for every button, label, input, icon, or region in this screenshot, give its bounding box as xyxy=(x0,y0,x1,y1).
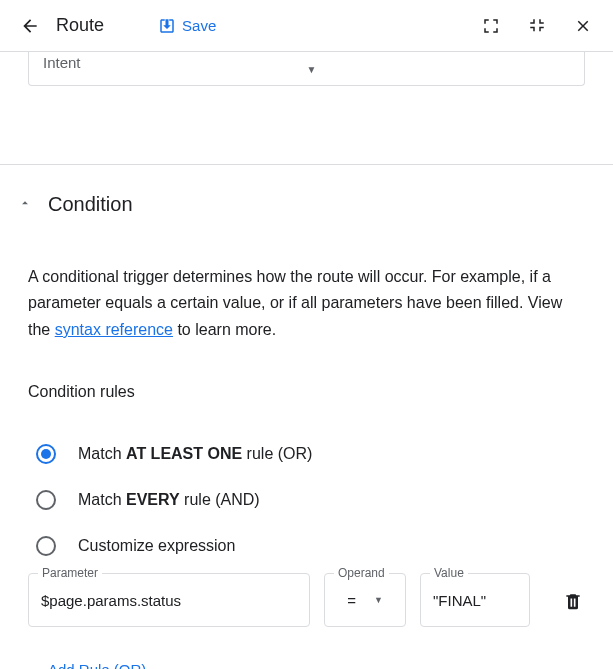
fullscreen-exit-icon xyxy=(528,17,546,35)
fullscreen-exit-button[interactable] xyxy=(525,14,549,38)
parameter-input[interactable] xyxy=(28,573,310,627)
save-button[interactable]: Save xyxy=(158,17,216,35)
save-download-icon xyxy=(158,17,176,35)
radio-icon xyxy=(36,444,56,464)
operand-field-label: Operand xyxy=(334,566,389,580)
operand-value: = xyxy=(347,592,356,609)
condition-section-toggle[interactable]: Condition xyxy=(18,193,585,216)
radio-icon xyxy=(36,490,56,510)
condition-description: A conditional trigger determines how the… xyxy=(28,264,585,343)
delete-rule-button[interactable] xyxy=(561,589,585,613)
value-field-label: Value xyxy=(430,566,468,580)
page-title: Route xyxy=(56,15,104,36)
value-input[interactable] xyxy=(420,573,530,627)
parameter-field-label: Parameter xyxy=(38,566,102,580)
arrow-back-icon xyxy=(20,16,40,36)
fullscreen-icon xyxy=(482,17,500,35)
dropdown-caret-icon: ▼ xyxy=(307,64,571,75)
condition-rules-heading: Condition rules xyxy=(28,383,585,401)
radio-match-or[interactable]: Match AT LEAST ONE rule (OR) xyxy=(28,431,585,477)
radio-custom-label: Customize expression xyxy=(78,537,235,555)
radio-and-label: Match EVERY rule (AND) xyxy=(78,491,260,509)
intent-select[interactable]: Intent ▼ xyxy=(28,52,585,86)
radio-customize[interactable]: Customize expression xyxy=(28,523,585,569)
header: Route Save xyxy=(0,0,613,52)
chevron-up-icon xyxy=(18,196,32,213)
condition-title: Condition xyxy=(48,193,133,216)
intent-placeholder: Intent xyxy=(43,54,307,71)
close-button[interactable] xyxy=(571,14,595,38)
add-rule-button[interactable]: Add Rule (OR) xyxy=(48,661,146,669)
radio-match-and[interactable]: Match EVERY rule (AND) xyxy=(28,477,585,523)
save-label: Save xyxy=(182,17,216,34)
radio-icon xyxy=(36,536,56,556)
close-icon xyxy=(574,17,592,35)
operand-select[interactable]: = ▼ xyxy=(324,573,406,627)
trash-icon xyxy=(563,591,583,611)
dropdown-caret-icon: ▼ xyxy=(374,595,383,605)
fullscreen-button[interactable] xyxy=(479,14,503,38)
radio-or-label: Match AT LEAST ONE rule (OR) xyxy=(78,445,312,463)
syntax-reference-link[interactable]: syntax reference xyxy=(55,321,173,338)
back-button[interactable] xyxy=(18,14,42,38)
